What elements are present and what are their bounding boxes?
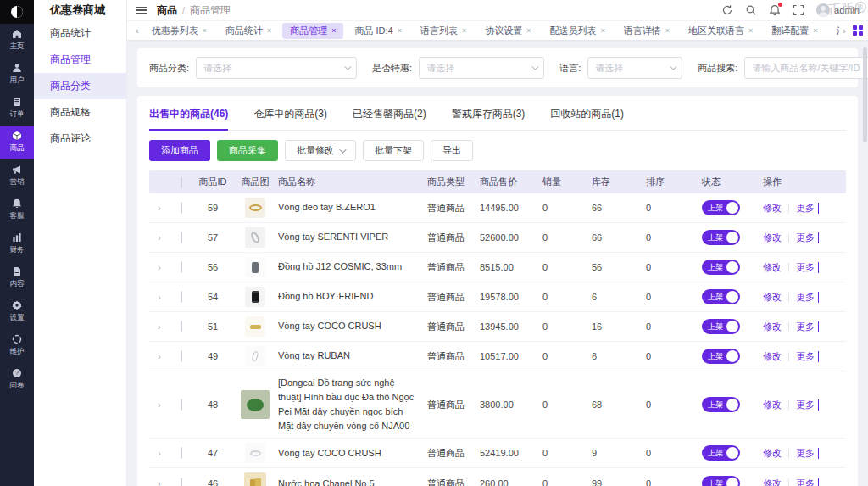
rail-item-finance[interactable]: 财务: [0, 227, 34, 261]
status-tab[interactable]: 仓库中的商品(3): [253, 107, 327, 130]
product-name[interactable]: Vòng tay COCO CRUSH: [278, 319, 427, 333]
product-name[interactable]: Vòng tay SERENTI VIPER: [278, 230, 427, 244]
product-name[interactable]: Vòng tay RUBAN: [278, 349, 427, 363]
status-tab[interactable]: 警戒库存商品(3): [452, 107, 526, 130]
edit-link[interactable]: 修改: [763, 261, 782, 274]
status-toggle[interactable]: 上架: [702, 397, 740, 412]
product-thumbnail[interactable]: [245, 287, 265, 307]
tab-close-icon[interactable]: ×: [203, 26, 207, 35]
tabs-scroll-left[interactable]: ‹: [132, 25, 142, 36]
tab-close-icon[interactable]: ×: [665, 26, 670, 35]
hamburger-icon[interactable]: [136, 7, 147, 14]
row-checkbox[interactable]: [181, 202, 182, 214]
row-expand-icon[interactable]: ›: [149, 322, 170, 332]
status-toggle[interactable]: 上架: [702, 476, 740, 486]
row-checkbox[interactable]: [181, 478, 182, 486]
product-name[interactable]: Vòng đeo tay B.ZERO1: [278, 200, 427, 215]
sidebar-item[interactable]: 商品管理: [34, 47, 126, 73]
row-expand-icon[interactable]: ›: [149, 263, 170, 272]
rail-item-user[interactable]: 用户: [0, 58, 34, 92]
more-dropdown[interactable]: 更多: [796, 321, 819, 333]
row-checkbox[interactable]: [181, 350, 182, 362]
open-tab[interactable]: 商品 ID:4×: [347, 23, 409, 39]
rail-item-settings[interactable]: 设置: [0, 295, 34, 329]
edit-link[interactable]: 修改: [763, 447, 782, 460]
edit-link[interactable]: 修改: [763, 291, 782, 304]
more-dropdown[interactable]: 更多: [796, 478, 819, 486]
tab-close-icon[interactable]: ×: [462, 26, 466, 35]
more-dropdown[interactable]: 更多: [796, 261, 819, 274]
sidebar-item[interactable]: 商品规格: [34, 99, 126, 126]
tabs-menu-grid-icon[interactable]: [853, 25, 863, 36]
edit-link[interactable]: 修改: [763, 202, 782, 215]
product-thumbnail[interactable]: [245, 316, 265, 337]
more-dropdown[interactable]: 更多: [796, 232, 819, 244]
product-thumbnail[interactable]: [244, 472, 266, 486]
status-tab[interactable]: 出售中的商品(46): [149, 107, 228, 130]
open-tab[interactable]: 翻译配置×: [764, 23, 825, 39]
product-thumbnail[interactable]: [245, 227, 265, 248]
row-expand-icon[interactable]: ›: [149, 204, 170, 213]
more-dropdown[interactable]: 更多: [796, 399, 819, 411]
edit-link[interactable]: 修改: [763, 321, 782, 333]
row-expand-icon[interactable]: ›: [149, 400, 170, 410]
open-tab[interactable]: 消息管理×: [829, 23, 840, 39]
filter-select[interactable]: 请选择: [587, 57, 682, 79]
rail-item-goods[interactable]: 商品: [0, 126, 34, 159]
tab-close-icon[interactable]: ×: [526, 26, 531, 35]
rail-item-home[interactable]: 主页: [0, 24, 34, 58]
sidebar-item[interactable]: 商品统计: [34, 20, 126, 47]
user-avatar[interactable]: [816, 3, 830, 17]
vertical-scrollbar[interactable]: [863, 47, 867, 142]
open-tab[interactable]: 优惠券列表×: [144, 23, 214, 39]
select-all-checkbox[interactable]: [181, 176, 182, 188]
product-name[interactable]: Nước hoa Chanel No.5: [278, 477, 427, 486]
status-tab[interactable]: 已经售罄商品(2): [353, 107, 426, 130]
more-dropdown[interactable]: 更多: [796, 291, 819, 304]
product-thumbnail[interactable]: [245, 346, 265, 366]
row-checkbox[interactable]: [181, 399, 182, 411]
status-toggle[interactable]: 上架: [702, 349, 740, 364]
tab-close-icon[interactable]: ×: [398, 26, 402, 35]
rail-item-survey[interactable]: ?问卷: [0, 363, 34, 397]
row-expand-icon[interactable]: ›: [149, 293, 170, 302]
tab-close-icon[interactable]: ×: [813, 26, 817, 35]
toolbar-button[interactable]: 商品采集: [217, 140, 278, 161]
rail-item-service[interactable]: 客服: [0, 193, 34, 227]
product-thumbnail[interactable]: [245, 257, 265, 277]
status-toggle[interactable]: 上架: [702, 200, 740, 215]
tab-close-icon[interactable]: ×: [267, 26, 271, 35]
product-thumbnail[interactable]: [245, 198, 265, 218]
breadcrumb-section[interactable]: 商品: [157, 3, 177, 18]
more-dropdown[interactable]: 更多: [796, 350, 819, 363]
row-checkbox[interactable]: [181, 261, 182, 273]
row-checkbox[interactable]: [181, 321, 182, 332]
open-tab[interactable]: 配送员列表×: [542, 23, 613, 39]
filter-select[interactable]: 请选择: [196, 57, 357, 79]
toolbar-button[interactable]: 批量下架: [363, 140, 424, 161]
row-checkbox[interactable]: [181, 447, 182, 459]
row-expand-icon[interactable]: ›: [149, 449, 170, 458]
open-tab[interactable]: 协议设置×: [477, 23, 538, 39]
row-expand-icon[interactable]: ›: [149, 233, 170, 243]
open-tab[interactable]: 商品管理×: [282, 23, 343, 39]
product-name[interactable]: Vòng tay COCO CRUSH: [278, 446, 427, 461]
row-expand-icon[interactable]: ›: [149, 479, 170, 486]
tab-close-icon[interactable]: ×: [331, 26, 336, 35]
status-toggle[interactable]: 上架: [702, 230, 740, 245]
rail-item-marketing[interactable]: 营销: [0, 159, 34, 193]
product-thumbnail[interactable]: [245, 443, 265, 463]
product-name[interactable]: [Dongcai Đồ trang sức nghệ thuật] Hình b…: [278, 376, 427, 433]
status-toggle[interactable]: 上架: [702, 445, 740, 461]
notification-bell-icon[interactable]: [769, 4, 781, 16]
rail-item-content[interactable]: 内容: [0, 261, 34, 295]
refresh-icon[interactable]: [721, 4, 733, 16]
more-dropdown[interactable]: 更多: [796, 202, 819, 215]
tabs-scroll-right[interactable]: ›: [839, 25, 849, 36]
edit-link[interactable]: 修改: [763, 350, 782, 363]
rail-item-order[interactable]: 订单: [0, 92, 34, 126]
product-name[interactable]: Đồng hồ BOY·FRIEND: [278, 289, 427, 304]
tab-close-icon[interactable]: ×: [601, 26, 605, 35]
filter-select[interactable]: 请选择: [419, 57, 544, 79]
fullscreen-icon[interactable]: [793, 4, 804, 16]
